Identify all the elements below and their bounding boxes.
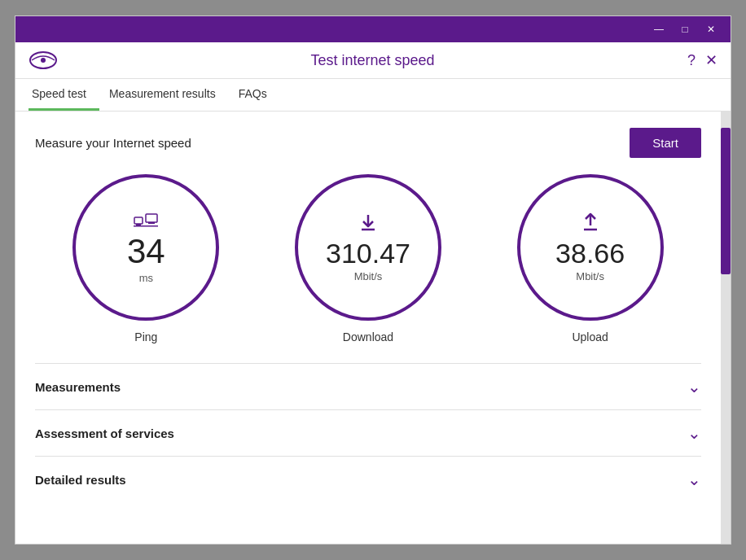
upload-circle: 38.66 Mbit/s	[517, 174, 664, 321]
detailed-results-title: Detailed results	[35, 473, 126, 487]
tab-faqs[interactable]: FAQs	[235, 79, 280, 111]
tab-bar: Speed test Measurement results FAQs	[15, 79, 731, 112]
header-close-button[interactable]: ✕	[705, 51, 717, 69]
header-actions: ? ✕	[687, 51, 717, 69]
gauges-container: 34 ms Ping	[35, 174, 701, 343]
ping-label: Ping	[134, 330, 157, 343]
assessment-section: Assessment of services ⌄	[35, 409, 701, 456]
measure-title: Measure your Internet speed	[35, 136, 191, 150]
titlebar: — □ ✕	[15, 16, 731, 42]
download-icon	[358, 212, 378, 236]
minimize-button[interactable]: —	[646, 16, 672, 42]
main-content: Measure your Internet speed Start	[15, 112, 721, 544]
app-title: Test internet speed	[58, 52, 687, 69]
window-close-button[interactable]: ✕	[698, 16, 724, 42]
measure-header: Measure your Internet speed Start	[35, 128, 701, 158]
ping-circle: 34 ms	[72, 174, 219, 321]
app-logo	[29, 50, 58, 70]
upload-icon	[581, 212, 600, 236]
detailed-results-header[interactable]: Detailed results ⌄	[35, 470, 701, 489]
help-button[interactable]: ?	[687, 52, 696, 69]
detailed-results-section: Detailed results ⌄	[35, 456, 701, 502]
app-header: Test internet speed ? ✕	[15, 42, 731, 79]
measurements-title: Measurements	[35, 380, 121, 394]
upload-value: 38.66	[555, 239, 625, 267]
svg-rect-6	[134, 225, 158, 227]
scrollbar-thumb[interactable]	[721, 128, 731, 274]
svg-rect-4	[146, 214, 157, 222]
main-window: — □ ✕ Test internet speed ? ✕ Speed test…	[15, 15, 731, 545]
upload-unit: Mbit/s	[576, 270, 604, 282]
start-button[interactable]: Start	[630, 128, 701, 158]
assessment-header[interactable]: Assessment of services ⌄	[35, 423, 701, 443]
tab-measurement-results[interactable]: Measurement results	[106, 79, 229, 111]
assessment-chevron-icon: ⌄	[687, 423, 701, 443]
titlebar-controls: — □ ✕	[646, 16, 724, 42]
ping-icon	[133, 211, 159, 231]
download-value: 310.47	[326, 239, 410, 267]
scrollbar-track[interactable]	[721, 112, 731, 544]
svg-point-1	[41, 58, 46, 63]
ping-value: 34	[127, 234, 165, 269]
content-area: Measure your Internet speed Start	[15, 112, 731, 544]
gauge-upload: 38.66 Mbit/s Upload	[517, 174, 664, 343]
assessment-title: Assessment of services	[35, 427, 174, 440]
download-circle: 310.47 Mbit/s	[295, 174, 441, 321]
upload-label: Upload	[572, 330, 608, 343]
measurements-chevron-icon: ⌄	[687, 377, 701, 396]
gauge-download: 310.47 Mbit/s Download	[295, 174, 441, 343]
maximize-button[interactable]: □	[672, 16, 698, 42]
gauge-ping: 34 ms Ping	[72, 174, 219, 343]
svg-rect-5	[148, 222, 155, 224]
download-label: Download	[343, 330, 393, 343]
svg-rect-3	[136, 224, 141, 225]
svg-rect-2	[134, 217, 143, 224]
measurements-section: Measurements ⌄	[35, 363, 701, 409]
detailed-results-chevron-icon: ⌄	[687, 470, 701, 489]
ping-unit: ms	[139, 272, 153, 284]
measurements-header[interactable]: Measurements ⌄	[35, 377, 701, 396]
tab-speed-test[interactable]: Speed test	[29, 79, 99, 111]
download-unit: Mbit/s	[354, 270, 383, 282]
